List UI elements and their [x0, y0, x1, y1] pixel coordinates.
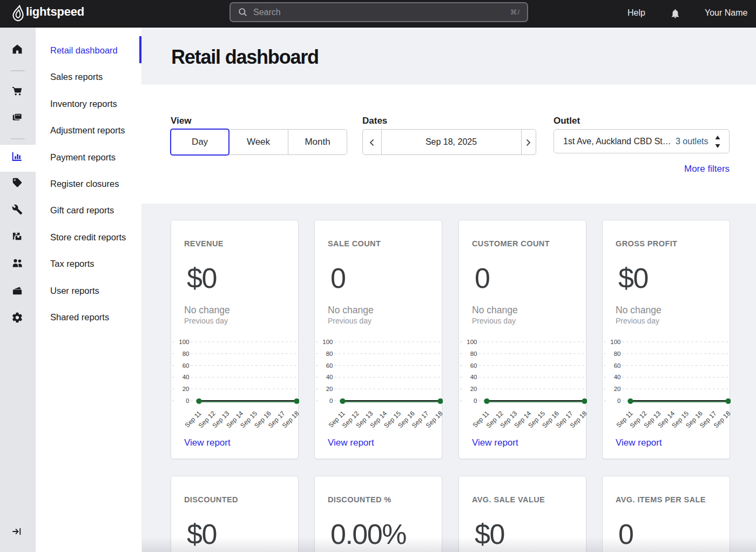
- svg-text:40: 40: [183, 374, 190, 380]
- svg-text:100: 100: [610, 339, 620, 345]
- svg-text:80: 80: [470, 351, 477, 357]
- svg-text:0: 0: [186, 398, 189, 404]
- svg-text:40: 40: [326, 374, 333, 380]
- svg-text:80: 80: [614, 351, 621, 357]
- svg-text:0: 0: [329, 398, 333, 404]
- svg-text:40: 40: [614, 374, 621, 380]
- svg-text:60: 60: [326, 362, 333, 369]
- svg-text:60: 60: [183, 362, 190, 369]
- svg-text:0: 0: [617, 398, 620, 404]
- svg-text:100: 100: [322, 339, 333, 345]
- svg-text:20: 20: [470, 386, 477, 392]
- svg-text:60: 60: [614, 362, 621, 369]
- svg-text:100: 100: [467, 339, 477, 345]
- svg-text:80: 80: [326, 351, 333, 357]
- svg-text:40: 40: [470, 374, 477, 380]
- svg-text:20: 20: [326, 386, 333, 392]
- svg-text:100: 100: [179, 339, 189, 345]
- svg-text:0: 0: [474, 398, 477, 404]
- svg-text:20: 20: [183, 386, 190, 392]
- svg-text:60: 60: [470, 362, 477, 369]
- svg-text:20: 20: [614, 386, 621, 392]
- svg-text:80: 80: [183, 351, 190, 357]
